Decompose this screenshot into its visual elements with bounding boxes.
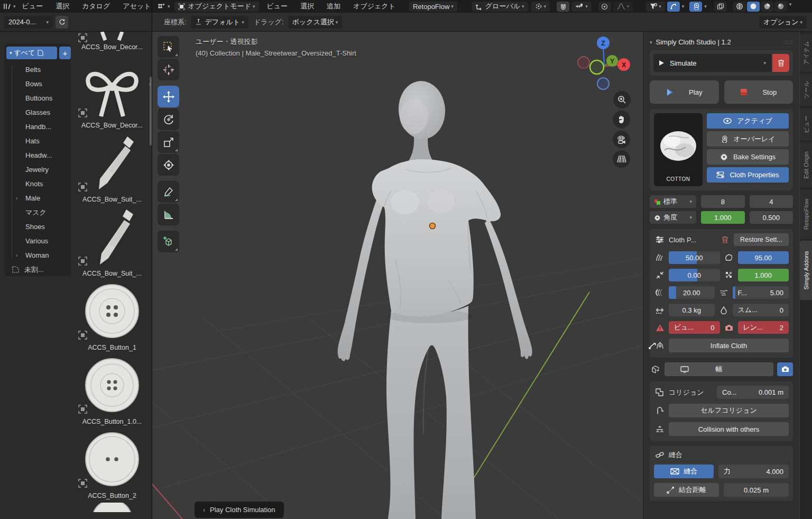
collision-distance-field[interactable]: Co...0.001 m <box>717 386 789 399</box>
catalog-item-mask[interactable]: マスク <box>6 205 69 220</box>
catalog-item-handbags[interactable]: Handb... <box>6 120 69 134</box>
catalog-item-unassigned[interactable]: 未割... <box>6 262 69 277</box>
catalog-add-button[interactable]: + <box>59 47 71 59</box>
gizmos-chevron[interactable]: ▾ <box>682 4 685 9</box>
delete-simulation-button[interactable] <box>772 54 789 72</box>
proportional-falloff-dropdown[interactable]: ▾ <box>613 2 633 12</box>
tool-add-cube[interactable] <box>158 231 179 252</box>
tool-cursor[interactable] <box>158 59 179 80</box>
menu-ab-select[interactable]: 選択 <box>49 0 76 13</box>
catalog-all-item[interactable]: ▾ すべて <box>6 47 57 59</box>
quality-value-c[interactable]: 1.000 <box>701 211 745 224</box>
catalog-item-various[interactable]: Various <box>6 234 69 248</box>
mode-dropdown[interactable]: オブジェクトモード ▾ <box>174 2 259 12</box>
catalog-item-buttoons[interactable]: Buttoons <box>6 91 69 105</box>
sew-button[interactable]: 縫合 <box>654 465 714 478</box>
catalog-item-male[interactable]: ›Male <box>6 191 69 205</box>
tab-view[interactable]: ビュー <box>800 108 812 141</box>
width-camera-button[interactable] <box>777 362 793 376</box>
asset-item[interactable] <box>74 503 150 512</box>
tab-retopoflow[interactable]: RetopoFlow <box>800 189 812 239</box>
snap-magnet-toggle[interactable] <box>557 2 569 12</box>
asset-item[interactable]: ACCS_Bow_Decor... <box>74 58 150 129</box>
viewport-editor-icon[interactable] <box>156 2 166 11</box>
tool-annotate[interactable] <box>158 181 179 203</box>
simulate-dropdown[interactable]: Simulate ▾ <box>653 54 771 72</box>
shading-material[interactable] <box>761 2 773 12</box>
button-viewport-subdiv[interactable]: ビュ...0 <box>669 321 720 334</box>
panel-grip-icon[interactable]: :::: <box>785 39 793 45</box>
slider-quality[interactable]: 50.00 <box>669 251 720 264</box>
catalog-item-headwear[interactable]: Headw... <box>6 148 69 162</box>
zoom-button[interactable] <box>613 91 631 108</box>
tool-move[interactable] <box>158 86 179 107</box>
camera-view-button[interactable] <box>613 131 630 148</box>
bake-settings-button[interactable]: Bake Settings <box>707 149 789 165</box>
merge-distance-button[interactable]: 結合距離 <box>654 483 719 497</box>
tool-scale[interactable] <box>158 131 179 153</box>
tab-tool[interactable]: ツール <box>800 74 812 106</box>
button-render-subdiv[interactable]: レン...2 <box>738 321 789 334</box>
menu-vp-add[interactable]: 追加 <box>320 0 347 13</box>
overlays-toggle[interactable] <box>689 2 702 12</box>
cloth-properties-button[interactable]: Cloth Properties <box>707 167 789 183</box>
asset-item[interactable]: ACCS_Button_1 <box>74 280 150 351</box>
inflate-cloth-button[interactable]: Inflate Cloth <box>669 339 789 352</box>
shading-wireframe[interactable] <box>733 2 746 12</box>
options-dropdown[interactable]: オプション▾ <box>759 16 807 29</box>
quality-value-b[interactable]: 4 <box>750 195 793 208</box>
editor-type-icon[interactable] <box>3 2 12 11</box>
region-collapse-icon[interactable]: ‹ <box>149 80 151 88</box>
proportional-editing-toggle[interactable] <box>598 2 611 12</box>
pan-hand-button[interactable] <box>613 111 630 128</box>
gizmos-toggle[interactable] <box>667 2 680 12</box>
menu-vp-view[interactable]: ビュー <box>261 0 294 13</box>
delete-preset-icon[interactable] <box>719 236 731 243</box>
asset-item[interactable]: ACCS_Bow_Decor... <box>74 32 150 55</box>
orientation-dropdown[interactable]: グローバル▾ <box>472 2 528 12</box>
cloth-preview[interactable]: COTTON <box>654 113 703 186</box>
catalog-item-knots[interactable]: Knots <box>6 177 69 191</box>
stop-button[interactable]: Stop <box>724 80 793 104</box>
retopoflow-menu[interactable]: RetopoFlow▾ <box>409 2 457 12</box>
menu-vp-select[interactable]: 選択 <box>294 0 320 13</box>
coord-dropdown[interactable]: デフォルト▾ <box>191 16 248 29</box>
shading-chevron[interactable]: ▾ <box>789 2 792 12</box>
drag-dropdown[interactable]: ボックス選択▾ <box>288 16 343 29</box>
tab-item[interactable]: アイテム <box>800 34 812 72</box>
navigation-gizmo[interactable]: Z Y X <box>570 32 643 101</box>
play-cloth-simulation-button[interactable]: › Play Cloth Simulation <box>195 502 284 518</box>
catalog-item-hats[interactable]: Hats <box>6 134 69 148</box>
tool-transform[interactable] <box>158 154 179 176</box>
refresh-library-icon[interactable] <box>56 16 68 29</box>
tab-edit-origin[interactable]: Edit Origin <box>800 142 812 188</box>
snap-target-dropdown[interactable]: ▾ <box>571 2 592 12</box>
shading-rendered[interactable] <box>774 2 787 12</box>
catalog-item-belts[interactable]: Belts <box>6 62 69 77</box>
merge-distance-value[interactable]: 0.025 m <box>724 483 789 497</box>
angle-mode-dropdown[interactable]: 角度▾ <box>650 211 696 224</box>
width-button[interactable]: 幅 <box>665 362 773 376</box>
self-collision-button[interactable]: セルフコリジョン <box>669 404 789 417</box>
pivot-point-dropdown[interactable]: ▾ <box>531 2 550 12</box>
field-vertex-mass[interactable]: 0.3 kg <box>669 304 715 316</box>
tool-measure[interactable] <box>158 204 179 225</box>
catalog-item-jewelry[interactable]: Jewelry <box>6 162 69 177</box>
grid-perspective-button[interactable] <box>613 150 630 168</box>
tool-rotate[interactable] <box>158 108 179 130</box>
viewport-3d[interactable]: ユーザー・透視投影 (40) Collection | Male_Streetw… <box>152 32 643 519</box>
sew-force-field[interactable]: 力4.000 <box>718 465 789 478</box>
collision-with-others-button[interactable]: Collision with others <box>669 422 789 436</box>
asset-item[interactable]: ACCS_Bow_Suit_... <box>74 132 150 203</box>
asset-item[interactable]: ACCS_Bow_Suit_... <box>74 206 150 277</box>
play-button[interactable]: Play <box>650 80 719 104</box>
xray-toggle[interactable] <box>714 2 727 12</box>
show-gizmo-filter-dropdown[interactable]: ▾ <box>646 2 665 12</box>
active-mode-button[interactable]: アクティブ <box>707 113 789 129</box>
expand-chevron-icon[interactable]: › <box>16 248 17 262</box>
menu-ab-asset[interactable]: アセット <box>116 0 152 13</box>
quality-value-a[interactable]: 8 <box>701 195 745 208</box>
panel-collapse-icon[interactable]: ▾ <box>650 40 652 45</box>
tab-simply-addons[interactable]: Simply Addons <box>800 241 812 300</box>
field-smooth[interactable]: スム...0 <box>733 304 789 316</box>
